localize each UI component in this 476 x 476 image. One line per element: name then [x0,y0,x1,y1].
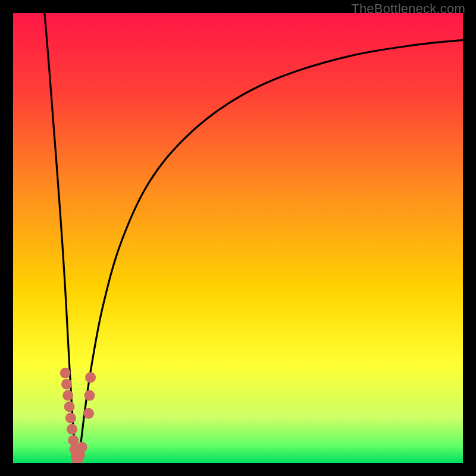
data-marker [68,435,79,446]
chart-plot-area [13,13,463,463]
chart-background [13,13,463,463]
data-marker [83,408,94,419]
chart-svg [13,13,463,463]
data-marker [62,390,73,401]
chart-frame: TheBottleneck.com [0,0,476,476]
data-marker [85,372,96,383]
data-marker [65,412,76,423]
data-marker [60,368,71,378]
data-marker [64,402,75,412]
data-marker [84,390,95,401]
data-marker [77,442,87,453]
data-marker [61,379,72,390]
data-marker [67,424,77,434]
